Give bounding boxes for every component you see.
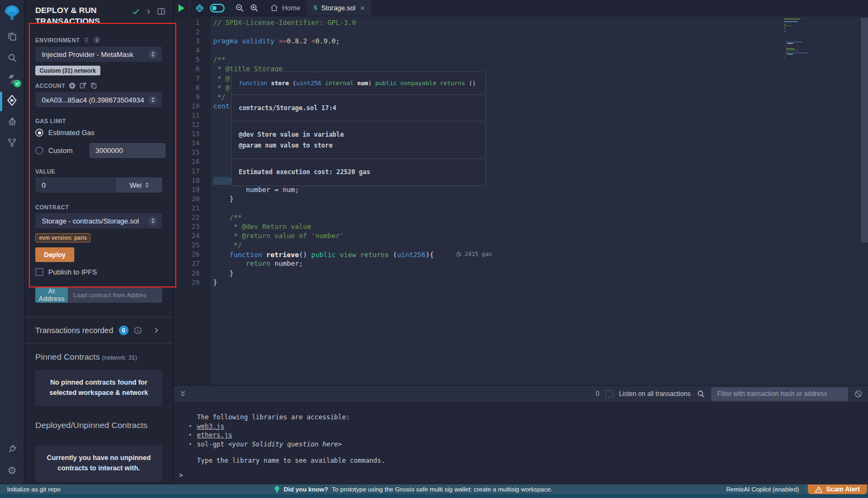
tooltip-param-doc: @param num value to store <box>239 140 478 151</box>
copy-account-icon[interactable] <box>90 82 98 90</box>
code-token: cont <box>213 102 229 110</box>
terminal-output[interactable]: The following libraries are accessible:•… <box>174 402 868 484</box>
line-number: 23 <box>174 222 200 231</box>
git-init-button[interactable]: Initialize as git repo <box>0 486 60 493</box>
line-number: 12 <box>174 120 200 129</box>
remix-ai-assistant-button[interactable] <box>0 1 24 26</box>
panel-title: DEPLOY & RUN TRANSACTIONS <box>35 5 121 26</box>
code-token <box>213 251 229 259</box>
environment-select[interactable]: Injected Provider - MetaMask <box>35 47 162 62</box>
pin-panel-icon[interactable] <box>157 7 165 16</box>
collapse-chevron-icon[interactable] <box>145 8 152 15</box>
code-line[interactable]: /** <box>213 213 868 222</box>
value-unit-select[interactable]: Wei <box>116 177 162 193</box>
lightbulb-icon <box>274 486 280 494</box>
sidebar-item-file-explorer[interactable] <box>0 26 24 47</box>
code-line[interactable]: */ <box>213 240 868 250</box>
sign-message-icon[interactable] <box>79 82 87 90</box>
value-input[interactable] <box>35 177 116 193</box>
listen-all-checkbox[interactable] <box>605 390 613 398</box>
at-address-input[interactable] <box>68 288 162 303</box>
icon-rail: ⚙ <box>0 0 24 484</box>
code-line[interactable]: * @dev Return value <box>213 222 868 231</box>
expand-transactions-icon[interactable] <box>152 327 160 334</box>
code-line[interactable]: // SPDX-License-Identifier: GPL-3.0 <box>213 18 868 27</box>
search-icon <box>7 53 17 63</box>
zoom-in-icon[interactable] <box>250 3 259 12</box>
line-number: 7 <box>174 74 200 83</box>
minimap[interactable] <box>784 18 835 58</box>
editor-scrollbar[interactable] <box>861 18 868 242</box>
environment-info-icon[interactable] <box>93 36 101 44</box>
code-line[interactable]: pragma solidity >=0.8.2 <0.9.0; <box>213 36 868 46</box>
at-address-button[interactable]: At Address <box>35 288 68 303</box>
code-token: } <box>213 195 234 203</box>
line-number: 14 <box>174 138 200 148</box>
scam-alert-button[interactable]: Scam Alert <box>808 484 867 494</box>
custom-gas-label: Custom <box>48 146 73 155</box>
code-token: */ <box>213 241 242 249</box>
did-you-know-tip: Did you know? To prototype using the Gno… <box>274 486 552 494</box>
code-line[interactable]: } <box>213 278 868 287</box>
code-line[interactable]: function retrieve() public view returns … <box>213 250 868 259</box>
code-line[interactable]: * @return value of 'number' <box>213 231 868 240</box>
add-account-icon[interactable] <box>68 82 76 90</box>
library-link[interactable]: ethers.js <box>197 431 232 439</box>
estimated-gas-option[interactable]: Estimated Gas <box>35 129 162 137</box>
sidebar-item-debugger[interactable] <box>0 111 24 132</box>
terminal-prompt[interactable]: > <box>179 471 868 480</box>
tab-storage-sol[interactable]: S Storage.sol × <box>308 0 371 16</box>
code-line[interactable] <box>213 203 868 213</box>
copilot-status[interactable]: RemixAI Copilot (enabled) <box>726 486 799 493</box>
run-script-button[interactable] <box>174 0 190 16</box>
clear-console-icon[interactable] <box>854 390 863 398</box>
line-number: 4 <box>174 46 200 55</box>
line-number: 18 <box>174 176 200 185</box>
sidebar-item-deploy-run[interactable] <box>0 90 24 111</box>
sidebar-item-plugin-manager[interactable] <box>0 438 24 459</box>
code-token: public <box>311 251 336 259</box>
publish-ipfs-option[interactable]: Publish to IPFS <box>35 268 162 276</box>
file-explorer-icon <box>7 31 17 42</box>
code-line[interactable] <box>213 46 868 55</box>
terminal-line: •ethers.js <box>179 431 868 440</box>
code-line[interactable]: /** <box>213 55 868 64</box>
minimap-line <box>784 18 800 20</box>
contract-select[interactable]: Storage - contracts/Storage.sol <box>35 213 162 228</box>
code-token: returns <box>360 251 389 259</box>
code-token: 0.8.2 <box>286 37 311 45</box>
sidebar-item-git[interactable] <box>0 132 24 153</box>
ai-robot-icon[interactable] <box>195 3 205 12</box>
custom-gas-option[interactable]: Custom <box>35 143 162 158</box>
sidebar-item-settings[interactable]: ⚙ <box>0 459 24 481</box>
editor-area: Home S Storage.sol × 1234567891011121314… <box>174 0 868 484</box>
line-number: 28 <box>174 269 200 278</box>
deploy-button[interactable]: Deploy <box>35 247 74 262</box>
line-number: 9 <box>174 92 200 101</box>
transactions-info-icon[interactable] <box>133 326 142 335</box>
tab-home[interactable]: Home <box>264 4 302 12</box>
evm-version-badge: evm version: paris <box>35 233 91 242</box>
value-label: VALUE <box>35 168 55 175</box>
code-line[interactable]: return number; <box>213 259 868 268</box>
close-tab-icon[interactable]: × <box>360 4 365 12</box>
copilot-toggle[interactable] <box>210 4 225 12</box>
sidebar-item-solidity-compiler[interactable] <box>0 68 24 90</box>
expand-terminal-icon[interactable] <box>179 390 187 398</box>
zoom-out-icon[interactable] <box>235 3 244 12</box>
library-link[interactable]: web3.js <box>197 423 225 430</box>
account-select[interactable]: 0xA03...85ac4 (0.398673504934 <box>35 92 162 107</box>
code-editor[interactable]: 1234567891011121314151617181920212223242… <box>174 16 868 385</box>
code-token: return <box>246 259 270 267</box>
code-line[interactable] <box>213 27 868 36</box>
code-line[interactable]: } <box>213 194 868 203</box>
custom-gas-input[interactable] <box>90 143 165 158</box>
code-token <box>267 80 271 87</box>
terminal-filter-input[interactable] <box>711 387 848 401</box>
sidebar-item-search[interactable] <box>0 47 24 68</box>
code-token: * @dev Return value <box>213 222 311 231</box>
code-line[interactable]: number = num; <box>213 185 868 194</box>
code-line[interactable]: } <box>213 269 868 278</box>
radio-unselected-icon <box>35 146 43 155</box>
remix-logo-icon <box>4 5 20 22</box>
